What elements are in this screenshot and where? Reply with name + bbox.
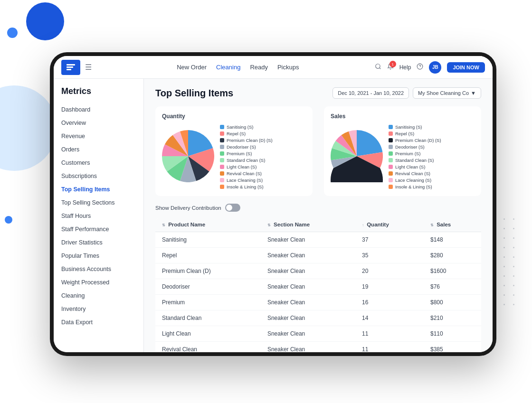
help-icon[interactable] — [417, 63, 423, 71]
table-row: Premium Clean (D) Sneaker Clean 20 $1600 — [155, 263, 481, 279]
table-row: Light Clean Sneaker Clean 11 $110 — [155, 326, 481, 342]
sidebar-item-driver-statistics[interactable]: Driver Statistics — [54, 236, 143, 249]
sales-chart-label: Sales — [331, 113, 475, 120]
cell-sales: $385 — [424, 342, 481, 353]
cell-product: Premium Clean (D) — [155, 263, 261, 279]
legend-item-deodoriser: Deodoriser (S) — [220, 144, 273, 150]
sidebar-item-customers[interactable]: Customers — [54, 156, 143, 169]
cell-section: Sneaker Clean — [261, 232, 355, 248]
cell-product: Sanitising — [155, 232, 261, 248]
cell-section: Sneaker Clean — [261, 295, 355, 310]
cell-product: Revival Clean — [155, 342, 261, 353]
nav-new-order[interactable]: New Order — [177, 64, 207, 71]
sidebar-item-revenue[interactable]: Revenue — [54, 130, 143, 143]
chevron-down-icon: ▼ — [471, 90, 476, 96]
nav-cleaning[interactable]: Cleaning — [216, 64, 240, 71]
notification-badge: 1 — [390, 61, 396, 67]
store-selector[interactable]: My Shoe Cleaning Co ▼ — [413, 87, 481, 99]
legend-item-premium-clean-d: Premium Clean (D) (S) — [220, 138, 273, 143]
sidebar-item-top-selling-sections[interactable]: Top Selling Sections — [54, 196, 143, 209]
sort-icon-product: ⇅ — [162, 223, 165, 227]
sort-icon-sales: ⇅ — [430, 223, 434, 227]
sidebar-item-popular-times[interactable]: Popular Times — [54, 249, 143, 262]
cell-product: Repel — [155, 248, 261, 263]
date-range-selector: Dec 10, 2021 - Jan 10, 2022 My Shoe Clea… — [332, 87, 481, 99]
table-row: Standard Clean Sneaker Clean 14 $210 — [155, 310, 481, 326]
charts-row: Quantity — [155, 106, 481, 196]
sidebar-item-business-accounts[interactable]: Business Accounts — [54, 262, 143, 276]
help-link[interactable]: Help — [399, 64, 411, 71]
sales-legend-premium-clean-d: Premium Clean (D) (S) — [389, 138, 441, 143]
table-header-row: ⇅ Product Name ⇅ Section Name ↑ Quantity — [155, 217, 481, 232]
nav-pickups[interactable]: Pickups — [277, 64, 299, 71]
hamburger-menu[interactable]: ☰ — [85, 63, 92, 72]
table-row: Repel Sneaker Clean 35 $280 — [155, 248, 481, 263]
legend-item-revival-clean: Revival Clean (S) — [220, 171, 273, 176]
cell-sales: $110 — [424, 326, 481, 342]
cell-quantity: 11 — [355, 326, 424, 342]
bg-decoration-circle-2 — [7, 28, 18, 38]
sidebar-item-staff-performance[interactable]: Staff Performance — [54, 223, 143, 236]
search-icon[interactable] — [375, 63, 381, 71]
cell-section: Sneaker Clean — [261, 263, 355, 279]
quantity-chart-label: Quantity — [162, 113, 306, 120]
table-row: Deodoriser Sneaker Clean 19 $76 — [155, 279, 481, 295]
sidebar-item-overview[interactable]: Overview — [54, 116, 143, 130]
sidebar-item-cleaning[interactable]: Cleaning — [54, 289, 143, 302]
quantity-pie-chart — [162, 130, 214, 184]
cell-section: Sneaker Clean — [261, 248, 355, 263]
user-avatar[interactable]: JB — [429, 61, 441, 74]
svg-rect-3 — [66, 69, 71, 70]
nav-ready[interactable]: Ready — [250, 64, 268, 71]
col-sales[interactable]: ⇅ Sales — [424, 217, 481, 232]
nav-actions: 1 Help JB JOIN NOW — [375, 61, 485, 74]
sort-icon-quantity: ↑ — [362, 223, 364, 227]
cell-section: Sneaker Clean — [261, 310, 355, 326]
sidebar-item-orders[interactable]: Orders — [54, 143, 143, 156]
date-range-button[interactable]: Dec 10, 2021 - Jan 10, 2022 — [332, 87, 409, 99]
cell-sales: $210 — [424, 310, 481, 326]
delivery-contribution-toggle[interactable] — [225, 204, 240, 212]
sidebar-item-inventory[interactable]: Inventory — [54, 302, 143, 316]
quantity-chart-legend: Sanitising (S) Repel (S) Premium Clean (… — [220, 124, 273, 189]
page-title: Top Selling Items — [155, 88, 233, 99]
col-quantity[interactable]: ↑ Quantity — [355, 217, 424, 232]
sales-legend-deodoriser: Deodoriser (S) — [389, 144, 441, 150]
sales-chart-legend: Sanitising (S) Repel (S) Premium Clean (… — [389, 124, 441, 189]
sidebar-item-data-export[interactable]: Data Export — [54, 316, 143, 329]
legend-item-insole: Insole & Lining (S) — [220, 184, 273, 189]
legend-item-sanitising: Sanitising (S) — [220, 124, 273, 130]
sidebar-item-subscriptions[interactable]: Subscriptions — [54, 169, 143, 183]
col-section-name[interactable]: ⇅ Section Name — [261, 217, 355, 232]
svg-point-4 — [375, 64, 380, 68]
quantity-chart: Quantity — [155, 106, 313, 196]
legend-item-premium: Premium (S) — [220, 151, 273, 156]
sidebar-item-dashboard[interactable]: Dashboard — [54, 103, 143, 116]
sidebar-item-top-selling-items[interactable]: Top Selling Items — [54, 183, 143, 196]
sales-legend-light-clean: Light Clean (S) — [389, 164, 441, 169]
tablet-screen: ☰ New Order Cleaning Ready Pickups 1 — [54, 56, 493, 352]
quantity-chart-inner: Sanitising (S) Repel (S) Premium Clean (… — [162, 124, 306, 189]
join-now-button[interactable]: JOIN NOW — [447, 62, 485, 73]
main-content: Metrics Dashboard Overview Revenue Order… — [54, 79, 493, 352]
sales-legend-lace-cleaning: Lace Cleaning (S) — [389, 178, 441, 183]
sales-legend-repel: Repel (S) — [389, 131, 441, 136]
cell-quantity: 35 — [355, 248, 424, 263]
sales-chart-inner: Sanitising (S) Repel (S) Premium Clean (… — [331, 124, 475, 189]
sidebar-title: Metrics — [54, 86, 143, 103]
col-product-name[interactable]: ⇅ Product Name — [155, 217, 261, 232]
legend-item-light-clean: Light Clean (S) — [220, 164, 273, 169]
sales-legend-insole: Insole & Lining (S) — [389, 184, 441, 189]
top-navigation: ☰ New Order Cleaning Ready Pickups 1 — [54, 56, 493, 79]
svg-rect-1 — [66, 64, 75, 66]
cell-section: Sneaker Clean — [261, 342, 355, 353]
cell-sales: $76 — [424, 279, 481, 295]
sidebar-item-staff-hours[interactable]: Staff Hours — [54, 209, 143, 223]
cell-product: Premium — [155, 295, 261, 310]
table-body: Sanitising Sneaker Clean 37 $148 Repel S… — [155, 232, 481, 353]
sales-legend-premium: Premium (S) — [389, 151, 441, 156]
cell-quantity: 16 — [355, 295, 424, 310]
sales-legend-revival-clean: Revival Clean (S) — [389, 171, 441, 176]
notification-bell-icon[interactable]: 1 — [387, 63, 394, 71]
sidebar-item-weight-processed[interactable]: Weight Processed — [54, 276, 143, 289]
